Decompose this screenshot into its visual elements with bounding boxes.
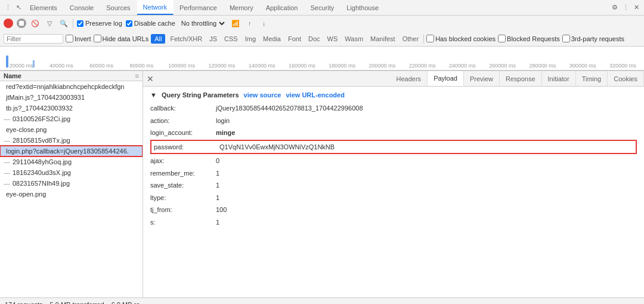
- filter-all-button[interactable]: All: [151, 34, 165, 44]
- disable-cache-label[interactable]: Disable cache: [126, 20, 175, 27]
- close-devtools-icon[interactable]: ✕: [631, 2, 642, 13]
- tab-network[interactable]: Network: [137, 0, 174, 15]
- third-party-checkbox[interactable]: [562, 35, 570, 42]
- request-list: red?extid=nnjahlkiabnchcpehcpkdeckfgn jt…: [0, 81, 143, 297]
- tab-payload[interactable]: Payload: [428, 71, 464, 86]
- hide-data-urls-label[interactable]: Hide data URLs: [94, 35, 149, 42]
- tl-label-8: 160000 ms: [282, 63, 322, 69]
- filter-css[interactable]: CSS: [222, 35, 240, 43]
- param-row-ltype: ltype: 1: [150, 192, 637, 204]
- download-icon[interactable]: ↓: [259, 18, 270, 29]
- resources-size: 6.9 MB re: [112, 301, 140, 305]
- tab-security[interactable]: Security: [304, 0, 340, 15]
- list-item-selected[interactable]: login.php?callback=jQuery183058544246.: [0, 146, 143, 156]
- customize-icon[interactable]: ⋮: [620, 2, 631, 13]
- tl-label-14: 280000 ms: [522, 63, 562, 69]
- name-header: Name ≡: [0, 71, 143, 81]
- list-item[interactable]: —28105815vd8Tx.jpg: [0, 135, 143, 146]
- tab-memory[interactable]: Memory: [224, 0, 260, 15]
- third-party-label[interactable]: 3rd-party requests: [562, 35, 624, 42]
- timeline-bar-2: [33, 60, 35, 67]
- tab-initiator[interactable]: Initiator: [542, 71, 576, 86]
- resize-handle[interactable]: ≡: [135, 72, 139, 79]
- tab-console[interactable]: Console: [64, 0, 100, 15]
- view-url-encoded-link[interactable]: view URL-encoded: [286, 91, 345, 99]
- param-row-ajax: ajax: 0: [150, 155, 637, 167]
- filter-input[interactable]: [4, 34, 63, 44]
- record-button[interactable]: [4, 19, 13, 28]
- upload-icon[interactable]: ↑: [244, 18, 255, 29]
- tab-lighthouse[interactable]: Lighthouse: [340, 0, 385, 15]
- devtools-menu-icon[interactable]: ⋮: [2, 2, 13, 13]
- tab-elements[interactable]: Elements: [24, 0, 64, 15]
- tab-sources[interactable]: Sources: [100, 0, 137, 15]
- blocked-requests-label[interactable]: Blocked Requests: [498, 35, 560, 42]
- divider: [73, 19, 73, 28]
- blocked-requests-checkbox[interactable]: [498, 35, 506, 42]
- stop-button[interactable]: [17, 19, 26, 28]
- tab-response[interactable]: Response: [500, 71, 542, 86]
- network-toolbar: 🚫 ▽ 🔍 Preserve log Disable cache No thro…: [0, 16, 644, 31]
- has-blocked-cookies-label[interactable]: Has blocked cookies: [426, 35, 496, 42]
- throttle-select[interactable]: No throttling Fast 3G Slow 3G: [179, 19, 227, 27]
- timeline: 20000 ms 40000 ms 60000 ms 80000 ms 1000…: [0, 47, 644, 70]
- invert-checkbox[interactable]: [66, 35, 73, 42]
- filter-other[interactable]: Other: [400, 35, 422, 43]
- filter-img[interactable]: Img: [243, 35, 258, 43]
- filter-js[interactable]: JS: [207, 35, 219, 43]
- tl-label-12: 240000 ms: [442, 63, 482, 69]
- wifi-icon[interactable]: 📶: [230, 18, 241, 29]
- filter-manifest[interactable]: Manifest: [368, 35, 398, 43]
- tab-preview[interactable]: Preview: [464, 71, 500, 86]
- has-blocked-cookies-checkbox[interactable]: [426, 35, 434, 42]
- tl-label-11: 220000 ms: [402, 63, 442, 69]
- filter-fetch-xhr[interactable]: Fetch/XHR: [168, 35, 205, 43]
- inspect-icon[interactable]: ↖: [13, 2, 24, 13]
- preserve-log-label[interactable]: Preserve log: [77, 20, 122, 27]
- tab-timing[interactable]: Timing: [576, 71, 608, 86]
- filter-ws[interactable]: WS: [325, 35, 340, 43]
- list-item[interactable]: —03100526FS2Ci.jpg: [0, 113, 143, 124]
- tab-bar: ⋮ ↖ Elements Console Sources Network Per…: [0, 0, 644, 16]
- param-row-action: action: login: [150, 115, 637, 127]
- list-item[interactable]: tb.js?_1704423003932: [0, 103, 143, 113]
- tl-label-5: 100000 ms: [162, 63, 202, 69]
- tl-label-16: 320000 ms: [603, 63, 643, 69]
- list-item[interactable]: eye-close.png: [0, 124, 143, 135]
- list-item[interactable]: red?extid=nnjahlkiabnchcpehcpkdeckfgn: [0, 81, 143, 92]
- search-icon[interactable]: 🔍: [58, 18, 69, 29]
- list-item[interactable]: —18162340ud3sX.jpg: [0, 167, 143, 178]
- main-area: Name ≡ red?extid=nnjahlkiabnchcpehcpkdec…: [0, 71, 644, 297]
- section-toggle[interactable]: ▼: [150, 91, 157, 99]
- timeline-labels: 20000 ms 40000 ms 60000 ms 80000 ms 1000…: [0, 60, 644, 69]
- tl-label-15: 300000 ms: [563, 63, 603, 69]
- filter-wasm[interactable]: Wasm: [342, 35, 366, 43]
- param-row-remember: remember_me: 1: [150, 167, 637, 180]
- filter-icon[interactable]: ▽: [44, 18, 55, 29]
- tab-headers[interactable]: Headers: [391, 71, 428, 86]
- tl-label-3: 60000 ms: [82, 63, 122, 69]
- filter-doc[interactable]: Doc: [306, 35, 323, 43]
- list-item[interactable]: eye-open.png: [0, 189, 143, 199]
- status-bar: 174 requests 5.9 MB transferred 6.9 MB r…: [0, 297, 644, 304]
- hide-data-urls-checkbox[interactable]: [94, 35, 101, 42]
- tab-application[interactable]: Application: [260, 0, 305, 15]
- list-item[interactable]: jtMain.js?_1704423003931: [0, 92, 143, 103]
- view-source-link[interactable]: view source: [244, 91, 281, 99]
- timeline-bar-1: [6, 56, 8, 67]
- clear-button[interactable]: 🚫: [30, 18, 41, 29]
- filter-media[interactable]: Media: [261, 35, 283, 43]
- list-item[interactable]: —29110448yhGoq.jpg: [0, 156, 143, 167]
- tab-cookies[interactable]: Cookies: [608, 71, 644, 86]
- tab-performance[interactable]: Performance: [174, 0, 224, 15]
- preserve-log-checkbox[interactable]: [77, 20, 83, 27]
- invert-label[interactable]: Invert: [66, 35, 91, 42]
- disable-cache-checkbox[interactable]: [126, 20, 132, 27]
- transferred-size: 5.9 MB transferred: [50, 301, 104, 305]
- filter-font[interactable]: Font: [286, 35, 304, 43]
- settings-icon[interactable]: ⚙: [609, 2, 620, 13]
- list-item[interactable]: —08231657NIh49.jpg: [0, 178, 143, 189]
- close-panel-button[interactable]: ✕: [143, 74, 157, 84]
- section-title: ▼ Query String Parameters view source vi…: [150, 91, 637, 99]
- param-row-login-account: login_account: minge: [150, 127, 637, 139]
